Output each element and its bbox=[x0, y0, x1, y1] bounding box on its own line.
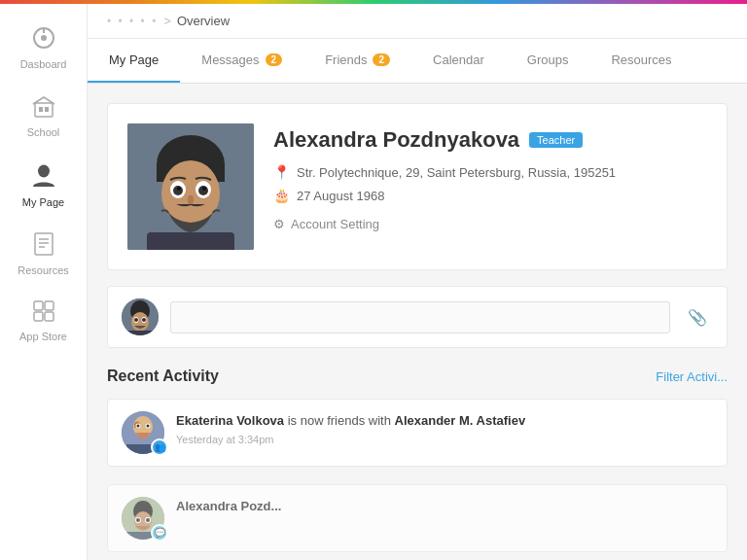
tab-calendar-label: Calendar bbox=[433, 52, 484, 67]
profile-address: Str. Polytechnique, 29, Saint Petersburg… bbox=[297, 165, 616, 180]
breadcrumb-home: • • • • • bbox=[107, 15, 158, 28]
profile-birthday-row: 🎂 27 August 1968 bbox=[273, 188, 707, 203]
tab-groups-label: Groups bbox=[527, 52, 569, 67]
profile-avatar bbox=[127, 123, 254, 250]
section-header: Recent Activity Filter Activi... bbox=[107, 368, 728, 385]
sidebar-item-mypage[interactable]: My Page bbox=[0, 150, 87, 220]
tab-messages-label: Messages bbox=[201, 52, 259, 67]
tab-groups[interactable]: Groups bbox=[506, 39, 590, 83]
account-setting-link[interactable]: ⚙ Account Setting bbox=[273, 217, 707, 231]
svg-point-6 bbox=[38, 165, 50, 178]
activity-time: Yesterday at 3:34pm bbox=[176, 434, 713, 445]
svg-point-39 bbox=[137, 425, 140, 428]
filter-activity-link[interactable]: Filter Activi... bbox=[656, 369, 728, 384]
svg-rect-3 bbox=[35, 103, 53, 117]
tab-resources[interactable]: Resources bbox=[589, 39, 693, 83]
sidebar: Dasboard School My Page bbox=[0, 4, 88, 560]
activity-text: Ekaterina Volkova is now friends with Al… bbox=[176, 411, 713, 445]
sidebar-item-label: Dasboard bbox=[20, 58, 67, 70]
activity-target: Alexander M. Astafiev bbox=[395, 413, 526, 428]
profile-card: Alexandra Pozdnyakova Teacher 📍 Str. Pol… bbox=[107, 103, 728, 270]
profile-info: Alexandra Pozdnyakova Teacher 📍 Str. Pol… bbox=[273, 123, 707, 250]
profile-address-row: 📍 Str. Polytechnique, 29, Saint Petersbu… bbox=[273, 164, 707, 180]
appstore-icon bbox=[32, 299, 55, 327]
tab-mypage[interactable]: My Page bbox=[88, 39, 180, 83]
svg-rect-5 bbox=[45, 107, 49, 112]
activity-item: 👥 Ekaterina Volkova is now friends with … bbox=[107, 399, 728, 467]
svg-rect-25 bbox=[147, 232, 234, 250]
activity-description: Ekaterina Volkova is now friends with Al… bbox=[176, 411, 713, 431]
sidebar-item-label: Resources bbox=[18, 264, 69, 276]
activity-description-2: Alexandra Pozd... bbox=[176, 497, 713, 516]
sidebar-item-appstore[interactable]: App Store bbox=[0, 288, 87, 354]
friends-badge: 2 bbox=[373, 53, 390, 66]
tab-messages[interactable]: Messages 2 bbox=[180, 39, 303, 83]
svg-point-23 bbox=[177, 187, 181, 191]
sidebar-item-label: App Store bbox=[19, 331, 67, 342]
birthday-icon: 🎂 bbox=[273, 188, 289, 203]
school-icon bbox=[31, 93, 56, 122]
svg-rect-33 bbox=[125, 331, 155, 335]
post-box: 📎 bbox=[107, 286, 728, 348]
breadcrumb-separator: > bbox=[163, 14, 171, 28]
activity-text-2: Alexandra Pozd... bbox=[176, 497, 713, 516]
section-title: Recent Activity bbox=[107, 368, 219, 385]
activity-item: 💬 Alexandra Pozd... bbox=[107, 484, 728, 552]
attach-icon[interactable]: 📎 bbox=[682, 308, 713, 327]
location-icon: 📍 bbox=[273, 164, 289, 180]
friends-badge-icon: 👥 bbox=[151, 438, 168, 456]
profile-name: Alexandra Pozdnyakova bbox=[273, 127, 519, 153]
activity-user-2: Alexandra Pozd... bbox=[176, 499, 281, 513]
svg-point-48 bbox=[146, 518, 150, 522]
svg-point-32 bbox=[142, 318, 146, 322]
main-content: • • • • • > Overview My Page Messages 2 … bbox=[88, 4, 747, 560]
sidebar-item-school[interactable]: School bbox=[0, 82, 87, 150]
svg-rect-12 bbox=[45, 301, 53, 310]
sidebar-item-resources[interactable]: Resources bbox=[0, 220, 87, 288]
svg-point-18 bbox=[161, 160, 220, 227]
svg-rect-7 bbox=[35, 233, 53, 255]
tab-mypage-label: My Page bbox=[109, 52, 159, 67]
svg-rect-11 bbox=[34, 301, 43, 310]
breadcrumb-current: Overview bbox=[177, 14, 230, 28]
resources-icon bbox=[32, 231, 55, 261]
content-area: Alexandra Pozdnyakova Teacher 📍 Str. Pol… bbox=[88, 84, 747, 560]
account-setting-label: Account Setting bbox=[291, 217, 379, 231]
tab-resources-label: Resources bbox=[611, 52, 671, 67]
svg-rect-13 bbox=[34, 312, 43, 321]
sidebar-item-dashboard[interactable]: Dasboard bbox=[0, 14, 87, 82]
profile-name-row: Alexandra Pozdnyakova Teacher bbox=[273, 127, 707, 153]
sidebar-item-label: My Page bbox=[22, 196, 64, 208]
dashboard-icon bbox=[31, 25, 56, 54]
svg-rect-14 bbox=[45, 312, 53, 321]
tab-friends-label: Friends bbox=[325, 52, 367, 67]
role-badge: Teacher bbox=[529, 132, 583, 148]
activity-avatar-wrap: 👥 bbox=[122, 411, 164, 454]
post-avatar bbox=[122, 298, 159, 335]
svg-point-24 bbox=[202, 187, 206, 191]
profile-birthday: 27 August 1968 bbox=[297, 189, 384, 203]
messages-badge: 2 bbox=[266, 53, 283, 66]
svg-point-31 bbox=[134, 318, 138, 322]
activity-action: is now friends with bbox=[288, 413, 391, 428]
svg-point-40 bbox=[147, 425, 150, 428]
activity-avatar-wrap-2: 💬 bbox=[122, 497, 164, 540]
svg-point-1 bbox=[41, 35, 47, 41]
svg-rect-4 bbox=[39, 107, 43, 112]
tab-friends[interactable]: Friends 2 bbox=[303, 39, 411, 83]
activity-user: Ekaterina Volkova bbox=[176, 413, 284, 428]
comment-badge-icon: 💬 bbox=[151, 524, 168, 542]
svg-point-47 bbox=[136, 518, 140, 522]
tabs-bar: My Page Messages 2 Friends 2 Calendar Gr… bbox=[88, 39, 747, 84]
gear-icon: ⚙ bbox=[273, 217, 285, 231]
recent-activity-section: Recent Activity Filter Activi... bbox=[107, 368, 728, 552]
post-input[interactable] bbox=[170, 301, 670, 333]
mypage-icon bbox=[31, 161, 56, 192]
tab-calendar[interactable]: Calendar bbox=[411, 39, 506, 83]
header-bar: • • • • • > Overview bbox=[88, 4, 747, 39]
sidebar-item-label: School bbox=[27, 126, 60, 138]
